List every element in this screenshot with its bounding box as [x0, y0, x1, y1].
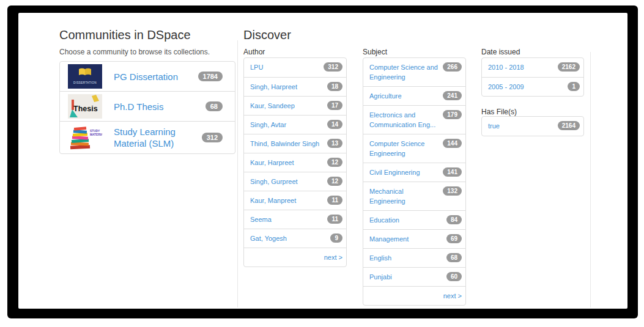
facet-item: English68	[363, 248, 465, 267]
facet-count-badge: 11	[327, 215, 342, 224]
facet-value-link[interactable]: 2005 - 2009	[488, 82, 524, 92]
facet-value-link[interactable]: LPU	[250, 62, 263, 72]
facet-value-link[interactable]: Education	[369, 215, 399, 225]
facet-count-badge: 68	[446, 253, 462, 262]
facet-value-link[interactable]: Gat, Yogesh	[250, 233, 287, 243]
facet-value-link[interactable]: Thind, Balwinder Singh	[250, 139, 319, 149]
column-divider-left	[237, 40, 238, 307]
community-row-slm: STUDY MATERIAL Study Learning Material (…	[60, 121, 235, 153]
thesis-logo-icon: Thesis	[68, 94, 102, 119]
facet-count-badge: 69	[446, 234, 462, 243]
facet-value-link[interactable]: Agriculture	[369, 91, 402, 101]
facet-count-badge: 312	[324, 62, 342, 72]
facet-item: Gat, Yogesh9	[244, 229, 346, 248]
facet-value-link[interactable]: Punjabi	[369, 272, 392, 282]
facet-count-badge: 12	[327, 177, 342, 186]
window-frame: Communities in DSpace Choose a community…	[7, 6, 638, 318]
has-files-facet-label: Has File(s)	[481, 108, 517, 116]
facet-value-link[interactable]: Kaur, Harpreet	[250, 158, 294, 167]
facet-value-link[interactable]: Electronics and Communication Eng...	[369, 110, 441, 130]
facet-value-link[interactable]: Civil Enginnering	[369, 167, 420, 177]
facet-count-badge: 18	[327, 82, 342, 91]
svg-text:DISSERTATION: DISSERTATION	[73, 81, 97, 84]
facet-count-badge: 13	[327, 139, 342, 148]
facet-value-link[interactable]: Singh, Gurpreet	[250, 177, 298, 186]
facet-item: Management69	[363, 229, 465, 248]
facet-value-link[interactable]: Singh, Avtar	[250, 120, 286, 130]
svg-text:Thesis: Thesis	[73, 105, 98, 113]
facet-value-link[interactable]: Singh, Harpreet	[250, 82, 297, 92]
facet-value-link[interactable]: Seema	[250, 215, 272, 224]
has-files-facet-box: true2164	[481, 116, 584, 136]
facet-item: 2005 - 20091	[482, 77, 583, 96]
facet-count-badge: 141	[443, 167, 462, 177]
facet-item: Thind, Balwinder Singh13	[244, 134, 346, 153]
thesis-logo-icon: Thesis	[66, 94, 104, 119]
date-issued-facet-box: 2010 - 201821622005 - 20091	[481, 57, 584, 97]
facet-count-badge: 11	[327, 196, 342, 205]
facet-item: Singh, Avtar14	[244, 115, 346, 134]
facet-value-link[interactable]: Computer Science and Engineering	[369, 62, 441, 82]
community-count-badge: 68	[205, 101, 223, 111]
communities-list: DISSERTATION PG Dissertation 1784 Thesis	[59, 61, 235, 154]
facet-item: Punjabi60	[363, 267, 465, 286]
dissertation-logo-icon: DISSERTATION	[66, 64, 104, 89]
subject-next-row: next >	[363, 286, 465, 305]
facet-item: Singh, Gurpreet12	[244, 172, 346, 191]
date-issued-facet-label: Date issued	[481, 48, 520, 56]
facet-item: Seema11	[244, 210, 346, 229]
community-link-phd-thesis[interactable]: Ph.D Thesis	[114, 101, 205, 112]
page-content: Communities in DSpace Choose a community…	[18, 13, 627, 309]
svg-text:MATERIAL: MATERIAL	[90, 133, 102, 136]
subject-next-link[interactable]: next >	[443, 291, 462, 301]
facet-value-link[interactable]: Computer Science Engineering	[369, 139, 441, 158]
facet-item: true2164	[482, 117, 583, 136]
facet-count-badge: 241	[443, 91, 462, 100]
facet-item: 2010 - 20182162	[482, 58, 583, 77]
facet-count-badge: 2164	[558, 121, 580, 130]
author-next-link[interactable]: next >	[324, 252, 342, 262]
facet-value-link[interactable]: Kaur, Sandeep	[250, 101, 295, 111]
facet-count-badge: 17	[327, 101, 342, 110]
facet-count-badge: 2162	[558, 62, 580, 72]
discover-title: Discover	[243, 28, 291, 42]
subject-facet-box: Computer Science and Engineering266Agric…	[363, 57, 466, 306]
slm-logo-icon: STUDY MATERIAL	[66, 124, 104, 151]
facet-value-link[interactable]: Kaur, Manpreet	[250, 196, 296, 205]
facet-value-link[interactable]: Mechanical Engineering	[369, 186, 441, 206]
facet-item: Kaur, Sandeep17	[244, 96, 346, 115]
community-count-badge: 312	[202, 133, 223, 142]
facet-value-link[interactable]: 2010 - 2018	[488, 62, 524, 72]
facet-value-link[interactable]: Management	[369, 234, 409, 244]
slm-logo-icon: STUDY MATERIAL	[68, 124, 102, 151]
column-divider-right	[590, 52, 591, 307]
facet-count-badge: 266	[443, 62, 462, 72]
facet-item: Education84	[363, 210, 465, 229]
facet-item: Electronics and Communication Eng...179	[363, 105, 465, 134]
facet-count-badge: 132	[443, 186, 462, 196]
author-next-row: next >	[244, 248, 346, 266]
facet-item: Mechanical Engineering132	[363, 182, 465, 210]
author-facet-label: Author	[243, 48, 265, 56]
facet-count-badge: 1	[568, 82, 580, 91]
facet-value-link[interactable]: true	[488, 121, 500, 131]
author-facet-box: LPU312Singh, Harpreet18Kaur, Sandeep17Si…	[243, 57, 347, 267]
facet-item: LPU312	[244, 58, 346, 77]
facet-item: Singh, Harpreet18	[244, 77, 346, 96]
facet-count-badge: 9	[330, 233, 342, 243]
svg-text:STUDY: STUDY	[90, 130, 100, 133]
community-count-badge: 1784	[198, 72, 223, 81]
facet-value-link[interactable]: English	[369, 253, 391, 263]
subject-facet-label: Subject	[363, 48, 387, 56]
facet-item: Civil Enginnering141	[363, 163, 465, 182]
facet-count-badge: 179	[443, 110, 462, 119]
facet-item: Computer Science and Engineering266	[363, 58, 465, 86]
community-row-phd-thesis: Thesis Ph.D Thesis 68	[60, 91, 235, 121]
facet-count-badge: 144	[443, 139, 462, 148]
community-link-slm[interactable]: Study Learning Material (SLM)	[114, 126, 202, 149]
community-row-pg-dissertation: DISSERTATION PG Dissertation 1784	[60, 62, 235, 91]
facet-count-badge: 60	[446, 272, 462, 281]
community-link-pg-dissertation[interactable]: PG Dissertation	[114, 71, 198, 83]
facet-count-badge: 12	[327, 158, 342, 167]
facet-item: Agriculture241	[363, 86, 465, 105]
